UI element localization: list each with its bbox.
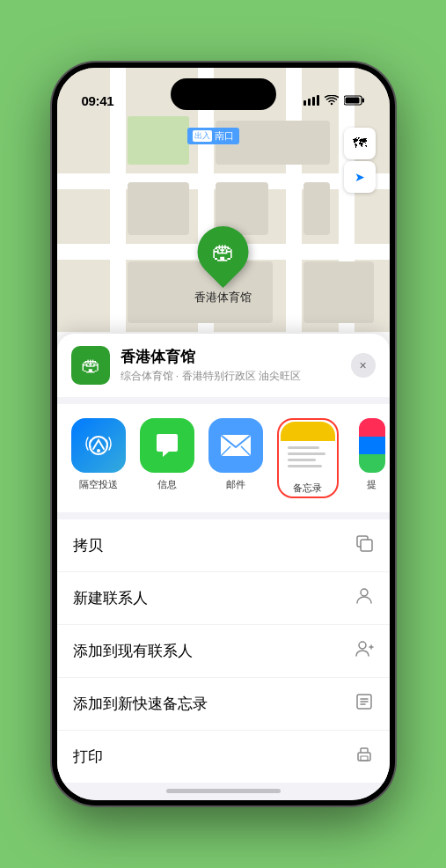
action-new-contact[interactable]: 新建联系人 — [57, 572, 390, 625]
svg-rect-2 — [312, 97, 315, 106]
airdrop-icon — [84, 431, 113, 460]
notes-icon — [281, 422, 335, 476]
notes-line — [288, 459, 316, 461]
svg-rect-3 — [317, 95, 319, 106]
messages-icon — [152, 430, 182, 460]
label-prefix: 出入 — [193, 130, 212, 142]
action-print-label: 打印 — [73, 747, 103, 767]
label-text: 南口 — [215, 129, 234, 143]
person-icon — [355, 586, 374, 610]
status-time: 09:41 — [82, 93, 114, 108]
airdrop-label: 隔空投送 — [79, 478, 118, 491]
venue-subtitle: 综合体育馆 · 香港特别行政区 油尖旺区 — [121, 369, 340, 384]
location-button[interactable]: ➤ — [344, 161, 376, 193]
phone-screen: 09:41 — [57, 68, 390, 800]
map-block — [303, 182, 330, 235]
map-green-block — [128, 116, 189, 165]
action-new-contact-label: 新建联系人 — [73, 588, 148, 608]
share-item-more[interactable]: 提 — [353, 418, 390, 491]
airdrop-icon-wrap — [71, 418, 126, 473]
location-icon: ➤ — [355, 170, 365, 184]
venue-name: 香港体育馆 — [121, 347, 340, 367]
marker-label: 香港体育馆 — [194, 290, 252, 305]
dynamic-island — [171, 78, 276, 110]
stadium-marker[interactable]: 🏟 香港体育馆 — [194, 226, 252, 305]
notes-icon-wrap — [281, 422, 335, 476]
svg-rect-1 — [308, 99, 311, 106]
action-add-note[interactable]: 添加到新快速备忘录 — [57, 678, 390, 731]
action-copy-label: 拷贝 — [73, 535, 103, 555]
more-icon-wrap — [359, 418, 385, 473]
venue-header: 🏟 香港体育馆 综合体育馆 · 香港特别行政区 油尖旺区 × — [57, 334, 390, 397]
map-block — [303, 261, 374, 323]
mail-icon-wrap — [208, 418, 263, 473]
notes-lines — [281, 441, 335, 476]
status-icons — [303, 95, 365, 108]
map-label: 出入 南口 — [187, 128, 239, 144]
map-controls: 🗺 ➤ — [344, 128, 376, 193]
more-blue — [359, 437, 385, 455]
wifi-icon — [325, 95, 339, 108]
svg-rect-0 — [303, 100, 306, 106]
note-icon — [355, 692, 374, 716]
action-add-existing-label: 添加到现有联系人 — [73, 641, 193, 661]
notes-top-bar — [281, 422, 335, 441]
action-list: 拷贝 新建联系人 — [57, 519, 390, 783]
phone-frame: 09:41 — [52, 63, 395, 805]
close-button[interactable]: × — [351, 353, 376, 378]
svg-rect-5 — [362, 99, 364, 103]
svg-rect-12 — [361, 540, 372, 551]
stadium-icon: 🏟 — [212, 239, 235, 266]
action-add-existing[interactable]: 添加到现有联系人 — [57, 625, 390, 678]
notes-line — [288, 446, 320, 449]
share-item-airdrop[interactable]: 隔空投送 — [71, 418, 126, 491]
svg-point-13 — [361, 589, 368, 596]
action-print[interactable]: 打印 — [57, 731, 390, 783]
svg-point-14 — [359, 642, 366, 649]
action-copy[interactable]: 拷贝 — [57, 519, 390, 572]
mail-icon — [220, 434, 252, 457]
action-add-note-label: 添加到新快速备忘录 — [73, 694, 208, 714]
battery-icon — [344, 95, 365, 108]
notes-label: 备忘录 — [293, 482, 322, 495]
messages-icon-wrap — [140, 418, 194, 473]
home-indicator — [166, 789, 281, 793]
svg-point-8 — [97, 449, 100, 452]
close-icon: × — [359, 358, 366, 372]
more-red — [359, 418, 385, 437]
share-item-messages[interactable]: 信息 — [140, 418, 194, 491]
notes-line — [288, 465, 322, 467]
map-layer-icon: 🗺 — [353, 136, 367, 151]
mail-label: 邮件 — [226, 478, 245, 491]
bottom-sheet: 🏟 香港体育馆 综合体育馆 · 香港特别行政区 油尖旺区 × — [57, 334, 390, 800]
signal-icon — [303, 95, 319, 108]
print-icon — [355, 745, 374, 769]
venue-icon: 🏟 — [71, 346, 110, 385]
person-add-icon — [355, 639, 374, 663]
venue-info: 香港体育馆 综合体育馆 · 香港特别行政区 油尖旺区 — [121, 347, 340, 384]
notes-line — [288, 452, 326, 455]
map-block — [128, 182, 189, 235]
messages-label: 信息 — [157, 478, 177, 491]
more-green — [359, 454, 385, 473]
copy-icon — [355, 533, 374, 557]
map-layer-button[interactable]: 🗺 — [344, 128, 376, 159]
share-row: 隔空投送 信息 — [57, 404, 390, 512]
share-item-mail[interactable]: 邮件 — [208, 418, 263, 491]
more-label: 提 — [367, 478, 377, 491]
share-item-notes[interactable]: 备忘录 — [277, 418, 339, 498]
marker-pin: 🏟 — [186, 216, 259, 288]
svg-rect-6 — [345, 98, 359, 104]
